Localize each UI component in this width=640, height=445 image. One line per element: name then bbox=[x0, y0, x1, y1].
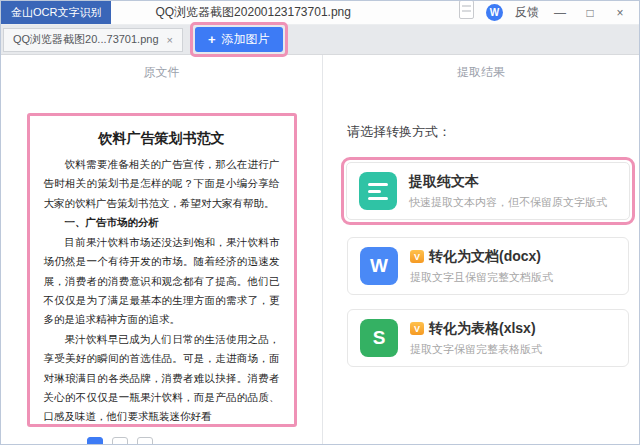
option-text: V 转化为文档(docx) 提取文字且保留完整文档版式 bbox=[410, 248, 553, 285]
tab-bar: QQ浏览器截图20...73701.png × + 添加图片 bbox=[1, 25, 639, 55]
zoom-out-icon[interactable] bbox=[112, 437, 128, 444]
annotation-box-document: 饮料广告策划书范文 饮料需要准备相关的广告宣传，那么在进行广告时相关的策划书是怎… bbox=[27, 113, 297, 427]
original-file-header: 原文件 bbox=[1, 55, 322, 81]
document-paragraph: 饮料需要准备相关的广告宣传，那么在进行广告时相关的策划书是怎样的呢？下面是小编分… bbox=[44, 155, 280, 213]
wps-logo-icon[interactable]: W bbox=[486, 4, 503, 21]
zoom-in-icon[interactable] bbox=[137, 437, 153, 444]
wps-writer-icon: W bbox=[360, 247, 398, 285]
feedback-button[interactable]: 反馈 bbox=[515, 4, 539, 21]
minimize-button[interactable]: — bbox=[551, 6, 569, 20]
document-heading: 一、广告市场的分析 bbox=[44, 213, 280, 232]
add-image-button[interactable]: + 添加图片 bbox=[195, 27, 283, 52]
app-window: 金山OCR文字识别 QQ浏览器截图20200123173701.png W 反馈… bbox=[0, 0, 640, 445]
app-badge: 金山OCR文字识别 bbox=[1, 1, 111, 24]
main-content: 原文件 饮料广告策划书范文 饮料需要准备相关的广告宣传，那么在进行广告时相关的策… bbox=[1, 55, 639, 444]
option-subtitle: 提取文字且保留完整文档版式 bbox=[410, 270, 553, 285]
titlebar: 金山OCR文字识别 QQ浏览器截图20200123173701.png W 反馈… bbox=[1, 1, 639, 25]
annotation-box-plain-text: 提取纯文本 快速提取文本内容，但不保留原文字版式 bbox=[341, 157, 635, 225]
vip-icon: V bbox=[410, 322, 424, 335]
original-file-panel: 原文件 饮料广告策划书范文 饮料需要准备相关的广告宣传，那么在进行广告时相关的策… bbox=[1, 55, 323, 444]
option-convert-docx[interactable]: W V 转化为文档(docx) 提取文字且保留完整文档版式 bbox=[347, 237, 629, 295]
plain-text-icon bbox=[359, 172, 397, 210]
extract-result-panel: 提取结果 请选择转换方式： 提取纯文本 bbox=[323, 55, 639, 444]
plus-icon: + bbox=[208, 32, 216, 47]
document-page-icon[interactable] bbox=[459, 0, 474, 19]
document-paragraph: 目前果汁饮料市场还没达到饱和，果汁饮料市场仍然是一个有待开发的市场。随着经济的迅… bbox=[44, 233, 280, 330]
tab-image-file[interactable]: QQ浏览器截图20...73701.png × bbox=[3, 28, 183, 52]
wps-sheet-icon: S bbox=[360, 319, 398, 357]
option-text: V 转化为表格(xlsx) 提取文字保留完整表格版式 bbox=[410, 320, 542, 357]
option-text: 提取纯文本 快速提取文本内容，但不保留原文字版式 bbox=[409, 173, 607, 210]
option-subtitle: 快速提取文本内容，但不保留原文字版式 bbox=[409, 195, 607, 210]
close-button[interactable]: × bbox=[611, 6, 629, 20]
window-title: QQ浏览器截图20200123173701.png bbox=[155, 4, 350, 21]
extract-result-header: 提取结果 bbox=[323, 55, 639, 81]
titlebar-right: W 反馈 — □ × bbox=[459, 4, 639, 21]
conversion-prompt: 请选择转换方式： bbox=[347, 123, 639, 141]
vip-icon: V bbox=[410, 250, 424, 263]
option-title: 转化为文档(docx) bbox=[429, 248, 541, 266]
document-title: 饮料广告策划书范文 bbox=[44, 128, 280, 149]
document-preview: 饮料广告策划书范文 饮料需要准备相关的广告宣传，那么在进行广告时相关的策划书是怎… bbox=[44, 128, 280, 427]
annotation-box-add-button: + 添加图片 bbox=[190, 22, 288, 57]
option-convert-xlsx[interactable]: S V 转化为表格(xlsx) 提取文字保留完整表格版式 bbox=[347, 309, 629, 367]
fit-page-icon[interactable] bbox=[87, 437, 103, 444]
preview-zoom-toolbar bbox=[87, 437, 153, 444]
tab-close-icon[interactable]: × bbox=[167, 34, 173, 46]
option-title: 转化为表格(xlsx) bbox=[429, 320, 536, 338]
option-extract-plain-text[interactable]: 提取纯文本 快速提取文本内容，但不保留原文字版式 bbox=[346, 162, 630, 220]
document-paragraph: 果汁饮料早已成为人们日常的生活使用之品，享受美好的瞬间的首选佳品。可是，走进商场… bbox=[44, 330, 280, 427]
add-image-label: 添加图片 bbox=[222, 31, 270, 48]
maximize-button[interactable]: □ bbox=[581, 6, 599, 20]
option-title: 提取纯文本 bbox=[409, 173, 479, 191]
tab-label: QQ浏览器截图20...73701.png bbox=[13, 32, 159, 47]
option-subtitle: 提取文字保留完整表格版式 bbox=[410, 342, 542, 357]
